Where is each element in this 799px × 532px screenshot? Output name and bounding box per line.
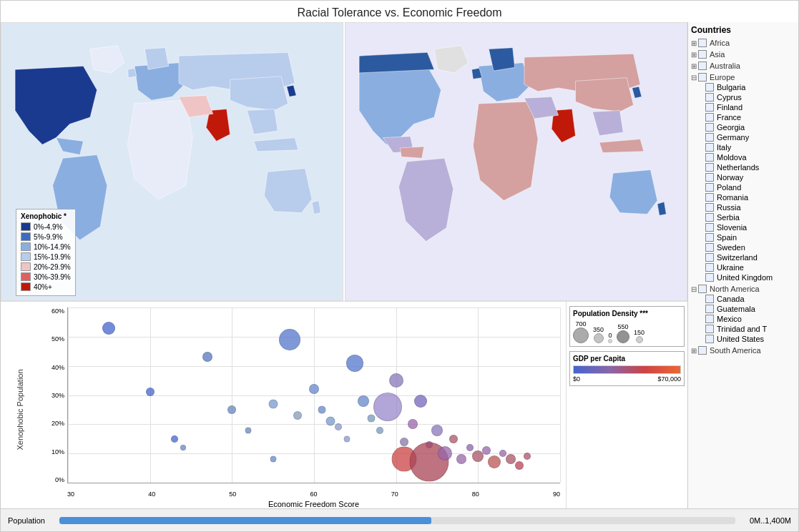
y-tick-50: 50% bbox=[52, 335, 64, 343]
sidebar-item-canada[interactable]: Canada bbox=[705, 294, 795, 304]
sidebar-item-spain[interactable]: Spain bbox=[705, 232, 795, 242]
north-america-toggle-icon[interactable]: ⊟ bbox=[691, 285, 697, 293]
sidebar-group-australia[interactable]: ⊞ Australia bbox=[691, 61, 795, 71]
population-label: Population bbox=[8, 516, 45, 525]
sidebar-item-trinidad[interactable]: Trinidad and T bbox=[705, 324, 795, 334]
sidebar-group-africa[interactable]: ⊞ Africa bbox=[691, 38, 795, 48]
sidebar-item-sweden[interactable]: Sweden bbox=[705, 242, 795, 252]
sidebar-item-switzerland[interactable]: Switzerland bbox=[705, 252, 795, 262]
poland-checkbox[interactable] bbox=[705, 183, 714, 192]
cyprus-checkbox[interactable] bbox=[705, 93, 714, 102]
sidebar-item-mexico[interactable]: Mexico bbox=[705, 314, 795, 324]
sidebar-group-asia[interactable]: ⊞ Asia bbox=[691, 49, 795, 59]
europe-checkbox[interactable] bbox=[698, 73, 707, 82]
italy-checkbox[interactable] bbox=[705, 143, 714, 152]
usa-checkbox[interactable] bbox=[705, 335, 714, 343]
europe-toggle-icon[interactable]: ⊟ bbox=[691, 74, 697, 82]
georgia-checkbox[interactable] bbox=[705, 123, 714, 132]
africa-label: Africa bbox=[710, 39, 730, 47]
legend-item-6: 40%+ bbox=[21, 282, 71, 291]
germany-checkbox[interactable] bbox=[705, 133, 714, 142]
slovenia-checkbox[interactable] bbox=[705, 223, 714, 232]
swatch-6 bbox=[21, 282, 31, 291]
sidebar-item-italy[interactable]: Italy bbox=[705, 142, 795, 152]
spain-checkbox[interactable] bbox=[705, 233, 714, 242]
africa-toggle-icon[interactable]: ⊞ bbox=[691, 39, 697, 47]
sidebar-item-serbia[interactable]: Serbia bbox=[705, 212, 795, 222]
north-america-checkbox[interactable] bbox=[698, 285, 707, 293]
scatter-bubble bbox=[293, 411, 302, 420]
finland-checkbox[interactable] bbox=[705, 103, 714, 112]
norway-checkbox[interactable] bbox=[705, 173, 714, 182]
trinidad-checkbox[interactable] bbox=[705, 325, 714, 333]
sidebar-item-cyprus[interactable]: Cyprus bbox=[705, 92, 795, 102]
sidebar-item-norway[interactable]: Norway bbox=[705, 172, 795, 182]
romania-checkbox[interactable] bbox=[705, 193, 714, 202]
legend-item-2: 10%-14.9% bbox=[21, 242, 71, 251]
scatter-bubble bbox=[309, 384, 319, 394]
sidebar-item-georgia[interactable]: Georgia bbox=[705, 122, 795, 132]
bulgaria-checkbox[interactable] bbox=[705, 83, 714, 92]
south-america-toggle-icon[interactable]: ⊞ bbox=[691, 347, 697, 355]
switzerland-label: Switzerland bbox=[717, 253, 758, 262]
sidebar-item-france[interactable]: France bbox=[705, 112, 795, 122]
italy-label: Italy bbox=[717, 143, 731, 152]
switzerland-checkbox[interactable] bbox=[705, 253, 714, 262]
guatemala-label: Guatemala bbox=[717, 305, 755, 313]
scatter-bubble bbox=[318, 405, 326, 413]
scatter-bubble bbox=[449, 435, 458, 443]
serbia-checkbox[interactable] bbox=[705, 213, 714, 222]
sidebar-item-poland[interactable]: Poland bbox=[705, 182, 795, 192]
sidebar-item-netherlands[interactable]: Netherlands bbox=[705, 162, 795, 172]
sidebar-item-germany[interactable]: Germany bbox=[705, 132, 795, 142]
sidebar-item-finland[interactable]: Finland bbox=[705, 102, 795, 112]
pop-density-legend: Population Density *** 700 350 bbox=[569, 306, 685, 347]
africa-checkbox[interactable] bbox=[698, 39, 707, 47]
sidebar-item-russia[interactable]: Russia bbox=[705, 202, 795, 212]
y-tick-10: 10% bbox=[52, 448, 64, 455]
xenophobic-map: Xenophobic * 0%-4.9% 5%-9.9% 10%-14.9% bbox=[1, 22, 343, 301]
georgia-label: Georgia bbox=[717, 123, 745, 132]
sweden-label: Sweden bbox=[717, 243, 745, 252]
scatter-bubble bbox=[376, 427, 383, 434]
mexico-checkbox[interactable] bbox=[705, 315, 714, 323]
uk-checkbox[interactable] bbox=[705, 273, 714, 282]
legend-item-0: 0%-4.9% bbox=[21, 222, 71, 231]
moldova-checkbox[interactable] bbox=[705, 153, 714, 162]
sidebar-item-bulgaria[interactable]: Bulgaria bbox=[705, 82, 795, 92]
sidebar-item-uk[interactable]: United Kingdom bbox=[705, 272, 795, 282]
sweden-checkbox[interactable] bbox=[705, 243, 714, 252]
sidebar-group-north-america[interactable]: ⊟ North America Canada Guatemala bbox=[691, 284, 795, 344]
sidebar-group-europe[interactable]: ⊟ Europe Bulgaria Cyprus Finlan bbox=[691, 72, 795, 282]
canada-checkbox[interactable] bbox=[705, 295, 714, 303]
sidebar-item-usa[interactable]: United States bbox=[705, 334, 795, 344]
population-slider[interactable] bbox=[59, 517, 735, 524]
scatter-bubble bbox=[389, 373, 403, 388]
netherlands-label: Netherlands bbox=[717, 163, 759, 172]
sidebar-title: Countries bbox=[691, 25, 795, 35]
asia-checkbox[interactable] bbox=[698, 50, 707, 59]
asia-toggle-icon[interactable]: ⊞ bbox=[691, 51, 697, 59]
russia-label: Russia bbox=[717, 203, 741, 212]
finland-label: Finland bbox=[717, 103, 742, 112]
russia-checkbox[interactable] bbox=[705, 203, 714, 212]
netherlands-checkbox[interactable] bbox=[705, 163, 714, 172]
sidebar-item-slovenia[interactable]: Slovenia bbox=[705, 222, 795, 232]
scatter-bubble bbox=[499, 450, 506, 457]
legend-item-3: 15%-19.9% bbox=[21, 252, 71, 261]
sidebar-item-ukraine[interactable]: Ukraine bbox=[705, 262, 795, 272]
france-checkbox[interactable] bbox=[705, 113, 714, 122]
scatter-bubble bbox=[227, 405, 236, 414]
y-tick-40: 40% bbox=[52, 364, 64, 371]
sidebar-item-guatemala[interactable]: Guatemala bbox=[705, 304, 795, 314]
south-america-checkbox[interactable] bbox=[698, 346, 707, 355]
australia-toggle-icon[interactable]: ⊞ bbox=[691, 62, 697, 70]
y-tick-0: 0% bbox=[55, 476, 64, 483]
australia-checkbox[interactable] bbox=[698, 61, 707, 70]
sidebar-group-south-america[interactable]: ⊞ South America bbox=[691, 345, 795, 355]
scatter-bubble bbox=[325, 417, 335, 426]
sidebar-item-moldova[interactable]: Moldova bbox=[705, 152, 795, 162]
sidebar-item-romania[interactable]: Romania bbox=[705, 192, 795, 202]
ukraine-checkbox[interactable] bbox=[705, 263, 714, 272]
guatemala-checkbox[interactable] bbox=[705, 305, 714, 313]
